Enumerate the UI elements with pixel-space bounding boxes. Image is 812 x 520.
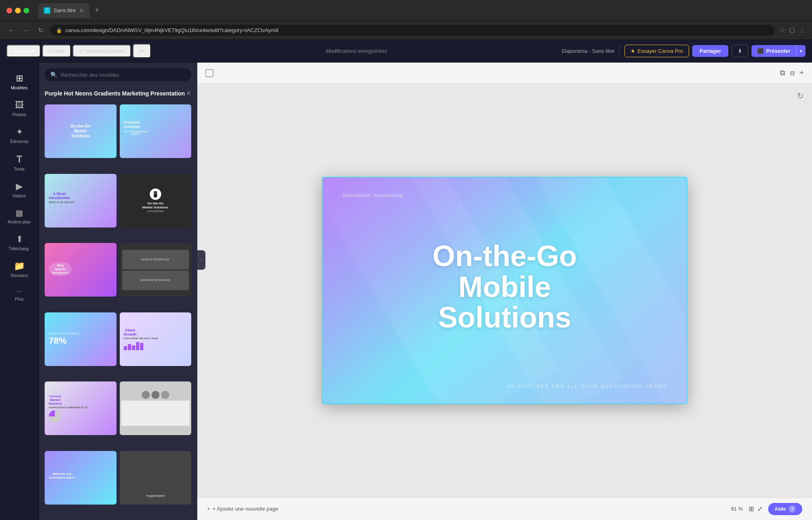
template-thumb-9[interactable]: CurrentMarketDemand ADVANTAGES COMPARED … <box>45 381 117 435</box>
window-controls <box>6 8 29 13</box>
search-input[interactable] <box>60 72 186 78</box>
undo-button[interactable]: ↩ <box>133 44 151 58</box>
forward-button[interactable]: → <box>21 27 31 34</box>
fullscreen-icon[interactable]: ⤢ <box>757 505 762 513</box>
panel-search: 🔍 <box>39 63 197 85</box>
sidebar-item-plus[interactable]: ··· Plus <box>3 284 36 306</box>
tab-title: Sans titre <box>54 7 76 13</box>
template-thumb-10[interactable] <box>120 381 192 435</box>
tab-bar: C Sans titre ✕ + <box>38 3 806 18</box>
telechargements-icon: ⬆ <box>16 234 23 245</box>
texte-icon: T <box>16 154 22 165</box>
template-thumb-5[interactable]: WhyMobileSolutions? <box>45 243 117 297</box>
canvas-toolbar-left <box>205 69 214 77</box>
sidebar-label-plus: Plus <box>15 297 24 301</box>
star-icon: ★ <box>631 48 635 54</box>
sidebar-item-arriere-plan[interactable]: ▦ Arrière-plan <box>3 204 36 228</box>
sidebar-item-texte[interactable]: T Texte <box>3 150 36 176</box>
canva-pro-button[interactable]: ★ Essayer Canva Pro <box>624 45 689 57</box>
canvas-toolbar-right: ⧉ ⧈ + <box>780 69 804 77</box>
left-panel: 🔍 Purple Hot Neons Gradients Marketing P… <box>39 63 197 520</box>
template-grid: On-the-GoMobileSolutions ProposalOvervie… <box>39 101 197 520</box>
search-icon: 🔍 <box>50 72 57 78</box>
layers-icon[interactable]: ⧉ <box>780 69 785 77</box>
sidebar-item-modeles[interactable]: ⊞ Modèles <box>3 69 36 94</box>
arriere-plan-icon: ▦ <box>15 208 23 218</box>
template-thumb-12[interactable]: Target Market ⬛ <box>120 451 192 505</box>
template-thumb-3[interactable]: A ShortIntroduction WHAT IS ON THE GO? <box>45 174 117 228</box>
panel-close-button[interactable]: ✕ <box>186 89 191 97</box>
url-text: canva.com/design/DADroNWGV_l/ljm4NjkVE79… <box>65 27 279 33</box>
reload-button[interactable]: ↻ <box>36 26 45 34</box>
minimize-window-button[interactable] <box>15 8 21 13</box>
sidebar-label-videos: Vidéos <box>13 193 26 198</box>
refresh-icon[interactable]: ↻ <box>797 91 804 101</box>
panel-header: Purple Hot Neons Gradients Marketing Pre… <box>39 85 197 101</box>
extensions-icon[interactable]: ⬡ <box>789 26 795 34</box>
photos-icon: 🖼 <box>15 100 24 110</box>
divider <box>619 46 620 57</box>
slide-title: Diaporama - Sans titre <box>561 48 614 54</box>
copy-icon[interactable]: ⧈ <box>790 69 795 77</box>
fichier-button[interactable]: Fichier <box>42 45 71 57</box>
download-button[interactable]: ⬇ <box>732 45 748 57</box>
accueil-button[interactable]: < Accueil <box>6 45 41 57</box>
sidebar-item-photos[interactable]: 🖼 Photos <box>3 96 36 121</box>
template-thumb-2[interactable]: ProposalOverview KEY PRESENTATIONPOINTS <box>120 104 192 158</box>
sidebar-item-telechargements[interactable]: ⬆ Télécharg. <box>3 230 36 255</box>
template-thumb-1[interactable]: On-the-GoMobileSolutions <box>45 104 117 158</box>
menu-icon[interactable]: ⋮ <box>799 26 806 34</box>
new-tab-button[interactable]: + <box>95 6 99 15</box>
slide-canvas[interactable]: Shoretown Accounting On-the-Go Mobile So… <box>322 177 687 404</box>
add-page-button[interactable]: + + Ajouter une nouvelle page <box>207 506 278 512</box>
collapse-panel-handle[interactable]: ‹ <box>197 250 205 270</box>
bookmark-icon[interactable]: ☆ <box>780 26 785 34</box>
sidebar-icons: ⊞ Modèles 🖼 Photos ✦ Éléments T Texte ▶ … <box>0 63 39 520</box>
share-button[interactable]: Partager <box>692 45 728 57</box>
browser-icons: ☆ ⬡ ⋮ <box>780 26 806 34</box>
sidebar-label-telechargements: Télécharg. <box>9 246 30 251</box>
redimensionner-icon: ⤢ <box>79 48 84 54</box>
slide-company: Shoretown Accounting <box>342 192 667 198</box>
zoom-level: 91 % <box>731 506 743 512</box>
tab-close-button[interactable]: ✕ <box>79 7 84 14</box>
template-thumb-4[interactable]: 📱 On-the-GoMobile Solutions ACCOUNTING <box>120 174 192 228</box>
sidebar-label-modeles: Modèles <box>11 85 28 90</box>
elements-icon: ✦ <box>16 127 23 137</box>
close-window-button[interactable] <box>6 8 12 13</box>
add-icon[interactable]: + <box>799 69 804 77</box>
grid-view-icon[interactable]: ⊞ <box>749 505 754 513</box>
sidebar-label-photos: Photos <box>12 112 26 117</box>
sidebar-item-dossiers[interactable]: 📁 Dossiers <box>3 257 36 282</box>
search-box[interactable]: 🔍 <box>45 68 191 81</box>
sidebar-item-elements[interactable]: ✦ Éléments <box>3 123 36 148</box>
sidebar-item-videos[interactable]: ▶ Vidéos <box>3 177 36 202</box>
slide-subtitle: AN EASY APP FOR ALL YOUR ACCOUNTING NEED… <box>342 384 667 389</box>
help-button[interactable]: Aide ? <box>768 503 802 515</box>
add-page-icon: + <box>207 506 210 512</box>
title-bar: C Sans titre ✕ + <box>0 0 812 21</box>
view-icons: ⊞ ⤢ <box>749 505 762 513</box>
template-thumb-6[interactable]: MOBILE INTERFACE MONITOR INTERFACE <box>120 243 192 297</box>
canvas-toolbar: ⧉ ⧈ + <box>197 63 812 84</box>
template-thumb-7[interactable]: GROWTH IN CUSTOMERS 78% <box>45 312 117 366</box>
present-group: ⬛ Présenter ▾ <box>752 45 806 57</box>
bottom-right: 91 % ⊞ ⤢ Aide ? <box>731 503 802 515</box>
plus-icon: ··· <box>17 288 22 295</box>
panel-title: Purple Hot Neons Gradients Marketing Pre… <box>45 90 186 97</box>
browser-tab[interactable]: C Sans titre ✕ <box>38 3 90 18</box>
present-button[interactable]: ⬛ Présenter <box>752 45 796 57</box>
canva-topbar: < Accueil Fichier ⤢ Redimensionner ↩ Mod… <box>0 40 812 63</box>
topbar-left: < Accueil Fichier ⤢ Redimensionner ↩ <box>6 44 151 58</box>
redimensionner-button[interactable]: ⤢ Redimensionner <box>73 45 131 57</box>
topbar-right: Diaporama - Sans titre ★ Essayer Canva P… <box>561 45 806 57</box>
url-bar[interactable]: 🔒 canva.com/design/DADroNWGV_l/ljm4NjkVE… <box>50 25 775 36</box>
template-thumb-8[interactable]: ClientGrowth DATA FROM THE PAST YEAR <box>120 312 192 366</box>
template-thumb-11[interactable]: What do ourcustomers want? <box>45 451 117 505</box>
select-checkbox[interactable] <box>205 69 214 77</box>
back-button[interactable]: ← <box>6 27 16 34</box>
sidebar-label-dossiers: Dossiers <box>11 273 28 278</box>
topbar-center: Modifications enregistrées <box>151 48 561 54</box>
present-dropdown-button[interactable]: ▾ <box>796 45 806 57</box>
maximize-window-button[interactable] <box>24 8 29 13</box>
